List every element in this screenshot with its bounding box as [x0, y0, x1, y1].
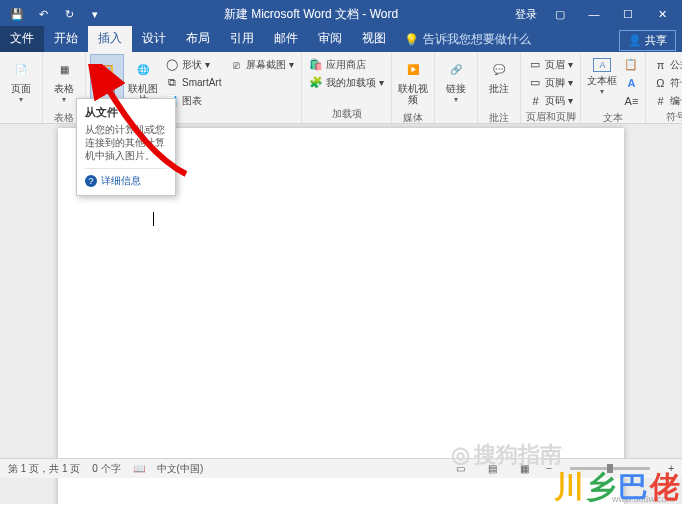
help-icon: ? — [85, 175, 97, 187]
screenshot-icon: ⎚ — [229, 58, 243, 72]
redo-icon[interactable]: ↻ — [58, 3, 80, 25]
symbol-button[interactable]: Ω符号 ▾ — [650, 74, 682, 91]
shapes-button[interactable]: ◯形状 ▾ — [162, 56, 224, 73]
minimize-icon[interactable]: — — [578, 3, 610, 25]
comment-icon: 💬 — [488, 58, 510, 80]
store-icon: 🛍️ — [309, 58, 323, 72]
status-word-count[interactable]: 0 个字 — [92, 462, 120, 476]
ribbon-options-icon[interactable]: ▢ — [544, 3, 576, 25]
links-button[interactable]: 🔗 链接 ▾ — [439, 54, 473, 110]
window-controls: 登录 ▢ — ☐ ✕ — [510, 3, 682, 25]
tab-design[interactable]: 设计 — [132, 26, 176, 52]
equation-icon: π — [653, 58, 667, 72]
sogou-icon: ◎ — [451, 442, 470, 468]
chevron-down-icon: ▾ — [568, 59, 573, 70]
share-button[interactable]: 👤 共享 — [619, 30, 676, 51]
textbox-icon: A — [593, 58, 611, 72]
chevron-down-icon: ▾ — [600, 87, 604, 96]
equation-button[interactable]: π公式 ▾ — [650, 56, 682, 73]
login-button[interactable]: 登录 — [510, 3, 542, 25]
group-text: A 文本框 ▾ 📋 A A≡ 文本 — [581, 52, 646, 123]
group-header-footer: ▭页眉 ▾ ▭页脚 ▾ #页码 ▾ 页眉和页脚 — [521, 52, 581, 123]
watermark-guide-logo: ◎ 搜狗指南 — [451, 440, 562, 470]
tooltip-title: 从文件 — [85, 105, 167, 120]
store-button[interactable]: 🛍️应用商店 — [306, 56, 387, 73]
textbox-button[interactable]: A 文本框 ▾ — [585, 54, 619, 110]
tab-home[interactable]: 开始 — [44, 26, 88, 52]
chevron-down-icon: ▾ — [454, 95, 458, 104]
screenshot-button[interactable]: ⎚屏幕截图 ▾ — [226, 56, 297, 73]
footer-button[interactable]: ▭页脚 ▾ — [525, 74, 576, 91]
picture-tooltip: 从文件 从您的计算机或您连接到的其他计算机中插入图片。 ? 详细信息 — [76, 98, 176, 196]
status-language[interactable]: 中文(中国) — [157, 462, 204, 476]
share-label: 共享 — [645, 34, 667, 46]
text-parts-button[interactable]: 📋 — [621, 56, 641, 73]
bulb-icon: 💡 — [404, 33, 419, 47]
tab-insert[interactable]: 插入 — [88, 26, 132, 52]
share-icon: 👤 — [628, 34, 642, 46]
symbol-icon: Ω — [653, 76, 667, 90]
number-button[interactable]: #编号 — [650, 92, 682, 109]
tab-mailings[interactable]: 邮件 — [264, 26, 308, 52]
chevron-down-icon: ▾ — [568, 95, 573, 106]
tab-file[interactable]: 文件 — [0, 26, 44, 52]
smartart-icon: ⧉ — [165, 76, 179, 90]
page-number-icon: # — [528, 94, 542, 108]
chevron-down-icon: ▾ — [205, 59, 210, 70]
online-picture-icon: 🌐 — [132, 58, 154, 80]
online-video-button[interactable]: ▶️ 联机视频 — [396, 54, 430, 110]
tab-layout[interactable]: 布局 — [176, 26, 220, 52]
undo-icon[interactable]: ↶ — [32, 3, 54, 25]
watermark-brand: 川乡巴佬 — [554, 467, 682, 508]
tab-view[interactable]: 视图 — [352, 26, 396, 52]
proofing-icon[interactable]: 📖 — [133, 463, 145, 474]
qat-more-icon[interactable]: ▾ — [84, 3, 106, 25]
group-pages: 📄 页面 ▾ — [0, 52, 43, 123]
chevron-down-icon: ▾ — [568, 77, 573, 88]
number-icon: # — [653, 94, 667, 108]
group-links: 🔗 链接 ▾ — [435, 52, 478, 123]
group-symbols: π公式 ▾ Ω符号 ▾ #编号 符号 — [646, 52, 682, 123]
picture-icon: 🖼️ — [96, 59, 118, 81]
video-icon: ▶️ — [402, 58, 424, 80]
wordart-button[interactable]: A — [621, 74, 641, 91]
maximize-icon[interactable]: ☐ — [612, 3, 644, 25]
close-icon[interactable]: ✕ — [646, 3, 678, 25]
text-cursor — [153, 212, 154, 226]
chevron-down-icon: ▾ — [19, 95, 23, 104]
ribbon-tabs: 文件 开始 插入 设计 布局 引用 邮件 审阅 视图 💡 告诉我您想要做什么 👤… — [0, 28, 682, 52]
header-button[interactable]: ▭页眉 ▾ — [525, 56, 576, 73]
status-page[interactable]: 第 1 页，共 1 页 — [8, 462, 80, 476]
link-icon: 🔗 — [445, 58, 467, 80]
page-icon: 📄 — [10, 58, 32, 80]
tell-me-label: 告诉我您想要做什么 — [423, 31, 531, 48]
addins-icon: 🧩 — [309, 76, 323, 90]
window-title: 新建 Microsoft Word 文档 - Word — [112, 6, 510, 23]
group-comments: 💬 批注 批注 — [478, 52, 521, 123]
quick-access-toolbar: 💾 ↶ ↻ ▾ — [0, 3, 112, 25]
tooltip-body: 从您的计算机或您连接到的其他计算机中插入图片。 — [85, 123, 167, 162]
my-addins-button[interactable]: 🧩我的加载项 ▾ — [306, 74, 387, 91]
pages-button[interactable]: 📄 页面 ▾ — [4, 54, 38, 110]
save-icon[interactable]: 💾 — [6, 3, 28, 25]
tooltip-more-link[interactable]: ? 详细信息 — [85, 168, 167, 188]
page-number-button[interactable]: #页码 ▾ — [525, 92, 576, 109]
smartart-button[interactable]: ⧉SmartArt — [162, 74, 224, 91]
chevron-down-icon: ▾ — [289, 59, 294, 70]
tab-references[interactable]: 引用 — [220, 26, 264, 52]
table-icon: ▦ — [53, 58, 75, 80]
shapes-icon: ◯ — [165, 58, 179, 72]
group-addins: 🛍️应用商店 🧩我的加载项 ▾ 加载项 — [302, 52, 392, 123]
group-media: ▶️ 联机视频 媒体 — [392, 52, 435, 123]
comment-button[interactable]: 💬 批注 — [482, 54, 516, 110]
header-icon: ▭ — [528, 58, 542, 72]
footer-icon: ▭ — [528, 76, 542, 90]
tell-me[interactable]: 💡 告诉我您想要做什么 — [396, 27, 539, 52]
chevron-down-icon: ▾ — [379, 77, 384, 88]
title-bar: 💾 ↶ ↻ ▾ 新建 Microsoft Word 文档 - Word 登录 ▢… — [0, 0, 682, 28]
tab-review[interactable]: 审阅 — [308, 26, 352, 52]
chevron-down-icon: ▾ — [62, 95, 66, 104]
dropcap-button[interactable]: A≡ — [621, 92, 641, 109]
